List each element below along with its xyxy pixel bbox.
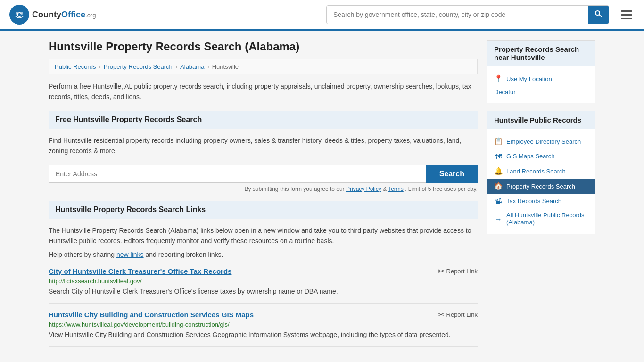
sidebar-item-label-employee: Employee Directory Search	[506, 138, 581, 145]
page-title: Huntsville Property Records Search (Alab…	[49, 40, 478, 53]
form-note-text: By submitting this form you agree to our	[245, 186, 345, 192]
breadcrumb-property-records-search[interactable]: Property Records Search	[104, 63, 173, 70]
link-desc-1: View Huntsville City Building and Constr…	[49, 330, 478, 340]
header-search-input[interactable]	[327, 7, 588, 22]
sidebar-item-label-all: All Huntsville Public Records (Alabama)	[506, 212, 588, 226]
sidebar-item-label-land: Land Records Search	[506, 168, 566, 175]
new-links-link[interactable]: new links	[116, 251, 144, 258]
report-icon-0: ✂	[438, 267, 444, 276]
link-card-0: City of Huntsville Clerk Treasurer's Off…	[49, 267, 478, 304]
logo-icon: C	[9, 5, 29, 25]
sidebar-nearby-section: Property Records Search near Huntsville …	[487, 40, 595, 103]
link-url-0: http://lictaxsearch.huntsvilleal.gov/	[49, 278, 478, 285]
terms-link[interactable]: Terms	[388, 186, 404, 192]
logo-link[interactable]: C CountyOffice.org	[9, 5, 96, 25]
sidebar-item-label-tax: Tax Records Search	[506, 197, 561, 205]
breadcrumb-public-records[interactable]: Public Records	[55, 63, 96, 70]
breadcrumb: Public Records › Property Records Search…	[49, 59, 478, 74]
link-title-1[interactable]: Huntsville City Building and Constructio…	[49, 311, 254, 319]
report-icon-1: ✂	[438, 310, 444, 319]
main-content: Huntsville Property Records Search (Alab…	[49, 40, 478, 354]
hamburger-line-3	[621, 18, 632, 19]
sidebar-public-records-content: 📋 Employee Directory Search 🗺 GIS Maps S…	[487, 129, 595, 234]
hamburger-menu-button[interactable]	[619, 8, 635, 22]
svg-point-2	[16, 12, 18, 15]
sidebar-nearby-content: 📍 Use My Location Decatur	[487, 66, 595, 103]
sidebar-item-label-property: Property Records Search	[506, 183, 575, 190]
svg-point-3	[20, 12, 23, 15]
page-description: Perform a free Huntsville, AL public pro…	[49, 81, 478, 102]
land-records-icon: 🔔	[494, 167, 503, 175]
hamburger-line-1	[621, 10, 632, 12]
svg-point-4	[595, 11, 600, 15]
tax-records-icon: 📽	[494, 197, 503, 205]
links-description: The Huntsville Property Records Search (…	[49, 225, 478, 247]
main-container: Huntsville Property Records Search (Alab…	[39, 31, 605, 362]
sidebar-item-gis-maps[interactable]: 🗺 GIS Maps Search	[487, 149, 595, 164]
search-row: Search	[49, 165, 478, 183]
address-search-input[interactable]	[49, 165, 426, 183]
sidebar: Property Records Search near Huntsville …	[487, 40, 595, 354]
header-search-button[interactable]	[588, 6, 609, 24]
site-header: C CountyOffice.org	[0, 0, 644, 31]
link-card-1: Huntsville City Building and Constructio…	[49, 310, 478, 347]
sidebar-use-my-location[interactable]: 📍 Use My Location	[487, 71, 595, 86]
form-note: By submitting this form you agree to our…	[49, 186, 478, 192]
address-search-form: Search By submitting this form you agree…	[49, 165, 478, 192]
search-button[interactable]: Search	[426, 165, 478, 183]
gis-maps-icon: 🗺	[494, 152, 503, 160]
free-search-section: Free Huntsville Property Records Search …	[49, 111, 478, 192]
sidebar-item-property-records[interactable]: 🏠 Property Records Search	[487, 179, 595, 194]
sidebar-item-employee-directory[interactable]: 📋 Employee Directory Search	[487, 134, 595, 149]
breadcrumb-alabama[interactable]: Alabama	[180, 63, 204, 70]
report-link-1[interactable]: ✂ Report Link	[438, 310, 478, 319]
free-search-description: Find Huntsville residential property rec…	[49, 135, 478, 156]
property-records-icon: 🏠	[494, 182, 503, 190]
nearby-city-decatur[interactable]: Decatur	[487, 86, 595, 98]
sidebar-nearby-heading: Property Records Search near Huntsville	[487, 41, 595, 66]
links-section-heading: Huntsville Property Records Search Links	[49, 201, 478, 219]
form-note-limit: . Limit of 5 free uses per day.	[405, 186, 478, 192]
all-records-icon: →	[494, 215, 503, 223]
link-title-0[interactable]: City of Huntsville Clerk Treasurer's Off…	[49, 267, 231, 275]
link-url-1: https://www.huntsvilleal.gov/development…	[49, 321, 478, 328]
sidebar-item-all-records[interactable]: → All Huntsville Public Records (Alabama…	[487, 208, 595, 229]
sidebar-item-land-records[interactable]: 🔔 Land Records Search	[487, 164, 595, 179]
sidebar-public-records-section: Huntsville Public Records 📋 Employee Dir…	[487, 111, 595, 234]
logo-text: CountyOffice.org	[32, 10, 96, 20]
breadcrumb-huntsville: Huntsville	[212, 63, 239, 70]
privacy-policy-link[interactable]: Privacy Policy	[346, 186, 381, 192]
share-text: Help others by sharing new links and rep…	[49, 251, 478, 258]
sidebar-public-records-heading: Huntsville Public Records	[487, 111, 595, 129]
link-card-header-1: Huntsville City Building and Constructio…	[49, 310, 478, 319]
sidebar-item-tax-records[interactable]: 📽 Tax Records Search	[487, 194, 595, 208]
location-pin-icon: 📍	[494, 74, 503, 83]
report-link-label-1: Report Link	[446, 311, 478, 318]
report-link-0[interactable]: ✂ Report Link	[438, 267, 478, 276]
svg-line-5	[599, 15, 602, 17]
links-section: Huntsville Property Records Search Links…	[49, 201, 478, 347]
sidebar-item-label-gis: GIS Maps Search	[506, 153, 555, 160]
employee-directory-icon: 📋	[494, 137, 503, 146]
link-desc-0: Search City of Huntsville Clerk Treasure…	[49, 287, 478, 296]
free-search-heading: Free Huntsville Property Records Search	[49, 111, 478, 129]
hamburger-line-2	[621, 14, 632, 16]
use-my-location-link[interactable]: Use My Location	[506, 75, 552, 82]
link-card-header-0: City of Huntsville Clerk Treasurer's Off…	[49, 267, 478, 276]
header-search-bar	[326, 5, 609, 24]
report-link-label-0: Report Link	[446, 268, 478, 275]
